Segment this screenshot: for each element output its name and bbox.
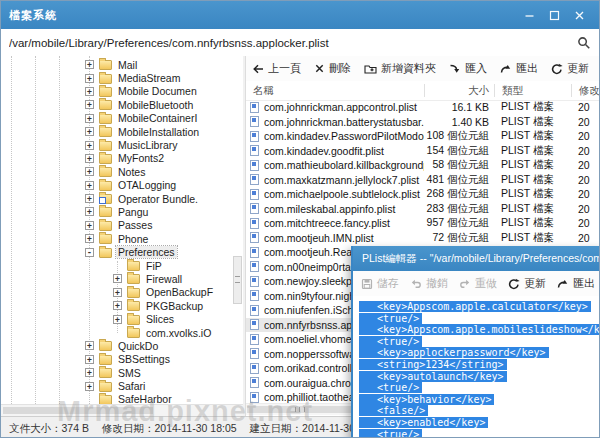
expander-icon[interactable]: + xyxy=(85,341,94,350)
export-button[interactable]: 匯出 xyxy=(500,61,538,76)
tree-item-label: Firewall xyxy=(144,273,184,285)
tree-item[interactable]: + MobileBluetooth xyxy=(1,98,243,111)
expander-icon[interactable]: + xyxy=(85,207,94,216)
folder-icon xyxy=(99,355,112,365)
export-arrow-icon xyxy=(557,278,569,290)
folder-icon xyxy=(99,368,112,378)
tree-item[interactable]: + Notes xyxy=(1,165,243,178)
folder-icon xyxy=(99,74,112,84)
file-row[interactable]: com.michaelpoole.subtlelock.plist 268 個位… xyxy=(246,187,599,202)
minimize-button[interactable] xyxy=(522,8,537,23)
expander-icon[interactable]: + xyxy=(113,301,122,310)
tree-item[interactable]: + SBSettings xyxy=(1,353,243,366)
expander-icon[interactable]: + xyxy=(85,100,94,109)
tree-item[interactable]: + PKGBackup xyxy=(1,299,243,312)
file-row[interactable]: com.mootjeuh.IMN.plist 72 個位元組 PLIST 檔案 … xyxy=(246,231,599,246)
file-row[interactable]: com.johnrickman.appcontrol.plist 16.1 KB… xyxy=(246,100,599,115)
file-row[interactable]: com.kindadev.goodfit.plist 154 個位元組 PLIS… xyxy=(246,144,599,159)
save-button[interactable]: 儲存 xyxy=(361,276,399,291)
new-folder-button[interactable]: 新增資料夾 xyxy=(364,61,436,76)
path-input[interactable] xyxy=(1,29,569,56)
refresh-button[interactable]: 更新 xyxy=(508,276,546,291)
tree-item[interactable]: + OpenBackupF xyxy=(1,286,243,299)
file-row[interactable]: com.mileskabal.appinfo.plist 283 個位元組 PL… xyxy=(246,202,599,217)
expander-icon[interactable]: + xyxy=(85,74,94,83)
scrollbar-thumb[interactable] xyxy=(3,407,153,414)
tree-item-label: SBSettings xyxy=(116,353,172,365)
redo-button[interactable]: 重做 xyxy=(459,276,497,291)
plist-editor-toolbar: 儲存 撤銷 重做 更新 匯出 xyxy=(353,271,600,297)
tree-item[interactable]: + MobileContainerI xyxy=(1,112,243,125)
refresh-button[interactable]: 更新 xyxy=(551,61,589,76)
scrollbar-thumb[interactable] xyxy=(247,406,353,413)
file-row[interactable]: com.johnrickman.batterystatusbar.plist 1… xyxy=(246,115,599,130)
expander-icon[interactable]: + xyxy=(85,167,94,176)
tree-horizontal-scrollbar[interactable] xyxy=(1,404,243,416)
tree-item[interactable]: + MusicLibrary xyxy=(1,138,243,151)
expander-icon[interactable]: + xyxy=(85,114,94,123)
file-row[interactable]: com.mathieubolard.killbackgroundpreferen… xyxy=(246,158,599,173)
expander-icon[interactable]: + xyxy=(85,234,94,243)
tree-vertical-scrollbar[interactable] xyxy=(233,256,242,304)
tree-item[interactable]: + MyFonts2 xyxy=(1,152,243,165)
delete-button[interactable]: 刪除 xyxy=(314,61,351,76)
tree-item[interactable]: + Pangu xyxy=(1,205,243,218)
expander-icon[interactable]: - xyxy=(85,248,94,257)
tree-item[interactable]: + MediaStream xyxy=(1,71,243,84)
tree-item[interactable]: + Mobile Documen xyxy=(1,85,243,98)
maximize-button[interactable] xyxy=(547,8,562,23)
expander-icon[interactable]: + xyxy=(85,181,94,190)
tree-item[interactable]: + Safari xyxy=(1,379,243,392)
expander-icon[interactable]: + xyxy=(85,194,94,203)
expander-icon[interactable]: + xyxy=(85,221,94,230)
tree-item[interactable]: + Operator Bundle. xyxy=(1,192,243,205)
tree-item[interactable]: + QuickDo xyxy=(1,339,243,352)
plist-editor-title: PList編輯器 -- "/var/mobile/Library/Prefere… xyxy=(362,252,600,266)
tree-item[interactable]: - Preferences xyxy=(1,245,243,258)
file-size: 481 個位元組 xyxy=(424,173,494,187)
tree-item[interactable]: + Firewall xyxy=(1,272,243,285)
column-header-size[interactable]: 大小 xyxy=(424,84,494,97)
plist-xml-content[interactable]: <key>Appscom.apple.calculator</key> <tru… xyxy=(353,296,600,438)
search-button[interactable] xyxy=(569,29,599,56)
expander-icon[interactable]: + xyxy=(113,315,122,324)
undo-button[interactable]: 撤銷 xyxy=(410,276,448,291)
expander-icon[interactable]: + xyxy=(85,368,94,377)
tree-item-label: MyFonts2 xyxy=(116,152,166,164)
expander-icon[interactable]: + xyxy=(85,382,94,391)
plist-file-icon xyxy=(250,247,259,258)
file-date: 20 xyxy=(571,130,599,142)
file-type: PLIST 檔案 xyxy=(494,216,571,230)
tree-item[interactable]: + Passes xyxy=(1,219,243,232)
expander-icon[interactable]: + xyxy=(85,154,94,163)
tree-item[interactable]: + Slices xyxy=(1,312,243,325)
close-button[interactable] xyxy=(572,8,587,23)
xml-line: <key>enabled</key> xyxy=(359,417,600,429)
column-header-date[interactable]: 修改日期 xyxy=(571,84,599,97)
export-button[interactable]: 匯出 xyxy=(557,276,595,291)
tree-item[interactable]: + SMS xyxy=(1,366,243,379)
tree-item[interactable]: + OTALogging xyxy=(1,179,243,192)
tree-item[interactable]: FiP xyxy=(1,259,243,272)
tree-item[interactable]: com.xvolks.iO xyxy=(1,326,243,339)
expander-icon[interactable]: + xyxy=(113,274,122,283)
expander-icon[interactable]: + xyxy=(85,87,94,96)
tree-item[interactable]: + Mail xyxy=(1,58,243,71)
back-button[interactable]: 上一頁 xyxy=(252,61,301,76)
expander-icon[interactable]: + xyxy=(85,127,94,136)
file-row[interactable]: com.maxkatzmann.jellylock7.plist 481 個位元… xyxy=(246,173,599,188)
tree-item[interactable]: + Phone xyxy=(1,232,243,245)
folder-icon xyxy=(127,288,140,298)
expander-icon[interactable]: + xyxy=(85,141,94,150)
plist-editor-window: PList編輯器 -- "/var/mobile/Library/Prefere… xyxy=(351,246,600,438)
file-row[interactable]: com.mitchtreece.fancy.plist 957 個位元組 PLI… xyxy=(246,216,599,231)
expander-icon[interactable]: + xyxy=(85,60,94,69)
expander-icon[interactable]: + xyxy=(113,288,122,297)
column-header-name[interactable]: 名稱 xyxy=(246,84,424,98)
tree-item[interactable]: + MobileInstallation xyxy=(1,125,243,138)
expander-icon[interactable]: + xyxy=(85,355,94,364)
tree-item-label: Mail xyxy=(116,59,139,71)
column-header-type[interactable]: 類型 xyxy=(494,84,571,97)
file-row[interactable]: com.kindadev.PasswordPilotModoki.plist 1… xyxy=(246,129,599,144)
import-button[interactable]: 匯入 xyxy=(449,61,487,76)
